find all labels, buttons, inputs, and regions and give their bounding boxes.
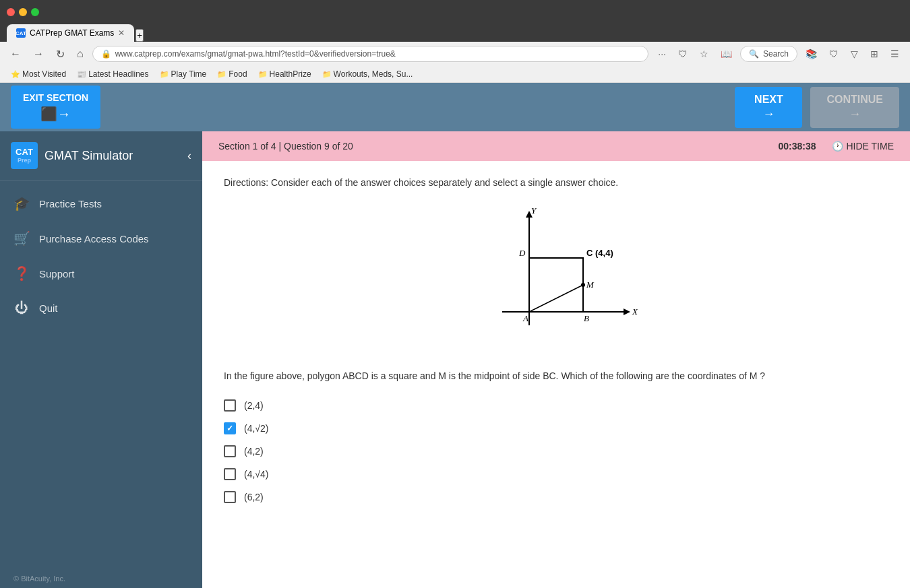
- bookmark-latest-headlines[interactable]: 📰 Latest Headlines: [73, 68, 152, 80]
- logo-box: CAT Prep: [11, 142, 38, 169]
- answer-choice-b: (4,√2): [224, 422, 888, 434]
- url-bar[interactable]: 🔒 www.catprep.com/exams/gmat/gmat-pwa.ht…: [92, 46, 649, 62]
- sidebar-logo: CAT Prep GMAT Simulator: [11, 142, 133, 169]
- tab-close-button[interactable]: ✕: [118, 28, 125, 38]
- split-view-icon[interactable]: ⊞: [866, 46, 882, 61]
- sidebar-footer: © BitAcuity, Inc.: [0, 566, 202, 588]
- next-label: NEXT: [754, 94, 783, 106]
- checkbox-a[interactable]: [224, 399, 236, 412]
- question-header: Section 1 of 4 | Question 9 of 20 00:38:…: [202, 131, 910, 161]
- active-tab[interactable]: CAT CATPrep GMAT Exams ✕: [7, 24, 134, 42]
- bookmark-healthprize[interactable]: 📁 HealthPrize: [254, 68, 315, 80]
- reader-view-icon[interactable]: 📖: [717, 46, 736, 61]
- svg-rect-6: [529, 258, 583, 312]
- bookmark-label: Most Visited: [22, 69, 66, 79]
- logo-cat-text: CAT: [16, 147, 33, 158]
- search-placeholder: Search: [763, 49, 789, 59]
- next-button[interactable]: NEXT →: [735, 87, 802, 128]
- timer-area: 00:38:38 🕐 HIDE TIME: [778, 141, 894, 152]
- choice-label-a: (2,4): [244, 400, 264, 411]
- continue-button[interactable]: CONTINUE →: [810, 87, 899, 128]
- coordinate-graph: X Y A B C (4,4) D: [462, 204, 650, 352]
- sidebar-title: GMAT Simulator: [44, 149, 133, 163]
- checkbox-b[interactable]: [224, 422, 236, 434]
- minimize-button[interactable]: [19, 8, 27, 16]
- new-tab-button[interactable]: +: [135, 29, 144, 42]
- sidebar-item-label: Purchase Access Codes: [39, 233, 149, 244]
- sidebar-collapse-button[interactable]: ‹: [187, 149, 191, 163]
- bookmarks-bar: ⭐ Most Visited 📰 Latest Headlines 📁 Play…: [0, 66, 910, 83]
- bookmark-food[interactable]: 📁 Food: [213, 68, 251, 80]
- sidebar-header: CAT Prep GMAT Simulator ‹: [0, 131, 202, 181]
- hamburger-menu-button[interactable]: ☰: [886, 46, 903, 61]
- checkbox-d[interactable]: [224, 468, 236, 480]
- app-wrapper: EXIT SECTION ⬛→ NEXT → CONTINUE → CAT Pr…: [0, 83, 910, 588]
- choice-label-d: (4,√4): [244, 469, 268, 480]
- sidebar-item-quit[interactable]: ⏻ Quit: [0, 291, 202, 325]
- bookmark-icon[interactable]: ☆: [696, 46, 712, 61]
- section-info: Section 1 of 4 | Question 9 of 20: [218, 141, 353, 152]
- graph-container: X Y A B C (4,4) D: [224, 204, 888, 352]
- checkbox-c[interactable]: [224, 445, 236, 457]
- question-content: Directions: Consider each of the answer …: [202, 161, 910, 588]
- choice-label-e: (6,2): [244, 492, 264, 502]
- svg-line-13: [529, 285, 583, 312]
- folder-icon: 📁: [160, 70, 169, 79]
- hide-time-button[interactable]: 🕐 HIDE TIME: [832, 141, 894, 152]
- exit-section-label: EXIT SECTION: [23, 92, 88, 103]
- bookmark-label: Workouts, Meds, Su...: [334, 69, 413, 79]
- main-area: CAT Prep GMAT Simulator ‹ 🎓 Practice Tes…: [0, 131, 910, 588]
- shopping-cart-icon: 🛒: [13, 230, 30, 247]
- answer-choice-e: (6,2): [224, 491, 888, 503]
- sidebar-item-support[interactable]: ❓ Support: [0, 256, 202, 291]
- refresh-button[interactable]: ↻: [53, 46, 68, 62]
- menu-dots-button[interactable]: ···: [654, 46, 670, 61]
- browser-actions: ··· 🛡 ☆ 📖 🔍 Search 📚 🛡 ▽ ⊞ ☰: [654, 46, 903, 62]
- folder-icon: 📁: [258, 70, 268, 79]
- svg-marker-1: [624, 308, 630, 315]
- bookmark-play-time[interactable]: 📁 Play Time: [156, 68, 211, 80]
- shield-icon[interactable]: 🛡: [674, 46, 692, 61]
- tab-favicon: CAT: [16, 28, 26, 38]
- folder-icon: 📁: [322, 70, 332, 79]
- hide-time-label: HIDE TIME: [846, 141, 894, 152]
- back-button[interactable]: ←: [7, 46, 24, 61]
- pocket-icon[interactable]: ▽: [847, 46, 862, 61]
- browser-toolbar: ← → ↻ ⌂ 🔒 www.catprep.com/exams/gmat/gma…: [0, 42, 910, 66]
- question-text: In the figure above, polygon ABCD is a s…: [224, 368, 888, 383]
- bookmark-workouts[interactable]: 📁 Workouts, Meds, Su...: [318, 68, 417, 80]
- svg-text:X: X: [632, 306, 638, 317]
- next-arrow-icon: →: [762, 107, 775, 121]
- bookmark-label: Food: [229, 69, 247, 79]
- forward-button[interactable]: →: [30, 46, 47, 61]
- choice-label-b: (4,√2): [244, 423, 268, 434]
- checkbox-e[interactable]: [224, 491, 236, 503]
- logo-prep-text: Prep: [18, 157, 31, 164]
- sidebar-item-practice-tests[interactable]: 🎓 Practice Tests: [0, 186, 202, 221]
- exit-section-button[interactable]: EXIT SECTION ⬛→: [11, 86, 100, 129]
- sidebar-navigation: 🎓 Practice Tests 🛒 Purchase Access Codes…: [0, 181, 202, 566]
- continue-label: CONTINUE: [826, 94, 883, 106]
- traffic-lights: [7, 5, 903, 19]
- folder-icon: 📁: [217, 70, 226, 79]
- answer-choice-d: (4,√4): [224, 468, 888, 480]
- search-bar[interactable]: 🔍 Search: [740, 46, 797, 62]
- bookmark-label: Latest Headlines: [88, 69, 148, 79]
- sidebar-item-purchase-access-codes[interactable]: 🛒 Purchase Access Codes: [0, 221, 202, 256]
- svg-text:A: A: [522, 313, 528, 323]
- library-icon[interactable]: 📚: [801, 46, 821, 61]
- star-icon: ⭐: [11, 70, 20, 79]
- search-icon: 🔍: [749, 49, 759, 59]
- maximize-button[interactable]: [31, 8, 39, 16]
- browser-tabs: CAT CATPrep GMAT Exams ✕ +: [7, 24, 903, 42]
- svg-text:D: D: [518, 248, 526, 258]
- answer-choices: (2,4) (4,√2) (4,2) (4,√4): [224, 399, 888, 503]
- answer-choice-a: (2,4): [224, 399, 888, 412]
- close-button[interactable]: [7, 8, 15, 16]
- question-panel: Section 1 of 4 | Question 9 of 20 00:38:…: [202, 131, 910, 588]
- vpn-icon[interactable]: 🛡: [825, 46, 843, 61]
- bookmark-most-visited[interactable]: ⭐ Most Visited: [7, 68, 70, 80]
- sidebar-item-label: Practice Tests: [39, 198, 102, 209]
- home-button[interactable]: ⌂: [73, 46, 87, 61]
- svg-text:Y: Y: [531, 205, 537, 216]
